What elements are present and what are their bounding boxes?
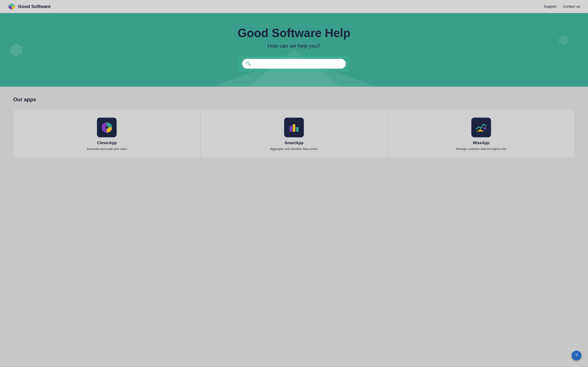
hero-title: Good Software Help (238, 26, 350, 40)
smartapp-name: SmartApp (285, 141, 303, 145)
logo-icon (8, 3, 16, 10)
search-icon: 🔍 (246, 61, 251, 66)
cleverapp-card[interactable]: CleverApp Automate and scale your sales (13, 109, 200, 158)
hero-hex-left-icon (10, 43, 23, 57)
logo-text: Good Software (18, 4, 51, 9)
search-input[interactable] (253, 62, 342, 66)
svg-marker-4 (11, 44, 22, 56)
wiseapp-icon-box (471, 118, 491, 137)
apps-title: Our apps (13, 97, 575, 103)
smartapp-card[interactable]: SmartApp Aggregate and visualize data ac… (200, 109, 388, 158)
search-bar: 🔍 (242, 59, 346, 69)
wiseapp-icon (475, 121, 488, 134)
hero-subtitle: How can we help you? (268, 43, 320, 49)
cleverapp-desc: Automate and scale your sales (87, 147, 127, 151)
wiseapp-card[interactable]: WiseApp Manage customer data throughout … (388, 109, 575, 158)
nav-links: Support Contact us (544, 4, 580, 9)
hero-section: Good Software Help How can we help you? … (0, 13, 588, 87)
help-button[interactable]: ? (571, 350, 581, 360)
contact-link[interactable]: Contact us (563, 4, 580, 9)
hero-hex-right-icon (558, 35, 568, 45)
search-container: 🔍 (238, 56, 350, 72)
cleverapp-icon-box (97, 118, 117, 137)
wiseapp-desc: Manage customer data throughout the (456, 147, 506, 151)
smartapp-desc: Aggregate and visualize data across (270, 147, 318, 151)
svg-rect-11 (296, 127, 299, 132)
cleverapp-name: CleverApp (97, 141, 117, 145)
apps-grid: CleverApp Automate and scale your sales … (13, 109, 575, 158)
logo-area: Good Software (8, 3, 51, 10)
smartapp-icon (287, 121, 301, 134)
svg-rect-10 (293, 124, 295, 132)
header: Good Software Support Contact us (0, 0, 588, 13)
svg-point-7 (105, 126, 108, 129)
svg-rect-9 (289, 126, 292, 132)
svg-rect-14 (484, 127, 486, 129)
cleverapp-icon (100, 121, 113, 134)
support-link[interactable]: Support (544, 4, 556, 9)
smartapp-icon-box (284, 118, 304, 137)
wiseapp-name: WiseApp (473, 141, 489, 145)
apps-section: Our apps CleverApp Aut (0, 87, 588, 171)
svg-marker-5 (559, 36, 568, 44)
